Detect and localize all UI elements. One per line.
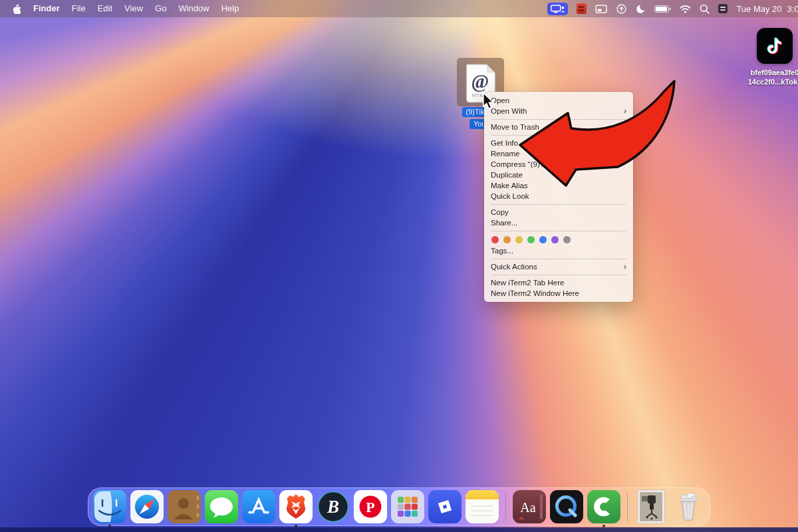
notes-icon — [466, 490, 499, 523]
dock-finder[interactable] — [93, 490, 126, 523]
menu-item-share[interactable]: Share... — [484, 217, 633, 228]
camtasia-icon — [587, 490, 620, 523]
dock-brave[interactable] — [279, 490, 313, 523]
screen-sharing-indicator[interactable] — [547, 3, 568, 15]
menu-view[interactable]: View — [118, 0, 149, 17]
brave-icon — [279, 490, 313, 523]
apple-logo-icon — [12, 3, 21, 14]
menu-separator — [491, 204, 626, 205]
window-indicator[interactable] — [595, 5, 607, 13]
roblox-icon — [428, 490, 462, 523]
tag-gray[interactable] — [563, 236, 571, 243]
dock-app-store[interactable] — [242, 490, 275, 523]
menu-item-tags[interactable]: Tags... — [484, 245, 633, 256]
dock-roblox[interactable] — [428, 490, 462, 523]
dictionary-icon: Aa — [513, 490, 546, 523]
menu-item-make-alias[interactable]: Make Alias — [484, 180, 633, 191]
tag-orange[interactable] — [503, 236, 511, 243]
dock-safari[interactable] — [130, 490, 164, 523]
svg-text:B: B — [327, 497, 339, 517]
desktop-file-tiktok-image[interactable]: bfef09aea3fe04 14cc2f0...kTok.ic — [757, 28, 793, 64]
update-status[interactable] — [616, 3, 627, 15]
dock-launchpad[interactable] — [391, 490, 424, 523]
menu-item-rename[interactable]: Rename — [484, 148, 633, 159]
dock-dictionary[interactable]: Aa — [513, 490, 546, 523]
moon-icon — [636, 4, 646, 14]
menu-separator — [491, 275, 626, 275]
mouse-cursor — [481, 92, 496, 113]
dock-photo-file[interactable] — [634, 490, 668, 523]
focus-mode[interactable] — [636, 4, 646, 14]
contacts-icon — [168, 490, 201, 523]
menu-bar-clock[interactable]: Tue May 20 3:02 PM — [736, 4, 798, 14]
menu-bar-status: Tue May 20 3:02 PM — [547, 3, 798, 15]
menu-item-new-iterm2-window[interactable]: New iTerm2 Window Here — [484, 288, 633, 299]
menu-item-compress[interactable]: Compress "(9)Ti — [484, 159, 633, 170]
wifi-status[interactable] — [680, 5, 691, 13]
wallpaper-bottom-band — [0, 527, 798, 532]
search-icon — [700, 4, 710, 14]
tag-yellow[interactable] — [515, 236, 523, 243]
display-person-icon — [550, 4, 566, 14]
dock: B P — [88, 487, 710, 526]
tag-green[interactable] — [527, 236, 535, 243]
clock-time: 3:02 PM — [787, 4, 798, 14]
svg-text:@: @ — [471, 70, 489, 91]
dock-contacts[interactable] — [168, 490, 201, 523]
arrow-cursor-icon — [481, 92, 496, 110]
battery-status[interactable] — [654, 5, 671, 13]
dock-pinterest[interactable]: P — [354, 490, 387, 523]
running-indicator — [108, 525, 111, 527]
messages-icon — [205, 490, 238, 523]
menu-go[interactable]: Go — [149, 0, 172, 17]
menu-item-copy[interactable]: Copy — [484, 207, 633, 217]
menu-item-quick-look[interactable]: Quick Look — [484, 191, 633, 201]
app-store-icon — [242, 490, 275, 523]
desktop-wallpaper — [0, 0, 798, 532]
chevron-right-icon: › — [624, 107, 626, 115]
menu-item-move-to-trash[interactable]: Move to Trash — [484, 122, 633, 132]
tag-purple[interactable] — [551, 236, 559, 243]
red-menubar-app-icon[interactable] — [577, 3, 587, 14]
svg-text:Aa: Aa — [520, 500, 535, 515]
menu-finder[interactable]: Finder — [27, 0, 66, 17]
menu-separator — [491, 259, 626, 259]
dock-camtasia[interactable] — [587, 490, 620, 523]
menu-item-new-iterm2-tab[interactable]: New iTerm2 Tab Here — [484, 277, 633, 288]
running-indicator — [295, 525, 297, 527]
tiktok-app-icon — [757, 28, 793, 64]
menu-file[interactable]: File — [66, 0, 92, 17]
menu-window[interactable]: Window — [172, 0, 215, 17]
chevron-right-icon: › — [624, 263, 626, 271]
safari-icon — [130, 490, 164, 523]
menu-separator — [491, 119, 626, 120]
launchpad-icon — [391, 490, 424, 523]
dock-trash[interactable] — [672, 490, 705, 523]
running-indicator — [602, 525, 605, 527]
dock-quicktime[interactable] — [550, 490, 583, 523]
menu-item-open[interactable]: Open — [484, 95, 633, 106]
pinterest-icon: P — [354, 490, 387, 523]
svg-text:P: P — [366, 499, 374, 515]
menu-edit[interactable]: Edit — [92, 0, 118, 17]
window-icon — [595, 5, 607, 13]
spotlight-search[interactable] — [700, 4, 710, 14]
battery-icon — [654, 5, 671, 13]
clock-date: Tue May 20 — [736, 4, 781, 14]
menu-item-duplicate[interactable]: Duplicate — [484, 170, 633, 180]
dock-messages[interactable] — [205, 490, 238, 523]
apple-menu[interactable] — [8, 3, 25, 14]
menu-item-get-info[interactable]: Get Info — [484, 138, 633, 148]
dock-b-app[interactable]: B — [317, 490, 350, 523]
menu-item-quick-actions[interactable]: Quick Actions› — [484, 261, 633, 272]
dock-separator — [505, 492, 506, 521]
menu-help[interactable]: Help — [215, 0, 245, 17]
photo-thumbnail-icon — [637, 489, 665, 524]
menubar-utility-app-icon[interactable] — [718, 4, 728, 13]
tag-blue[interactable] — [539, 236, 547, 243]
b-app-icon: B — [317, 490, 350, 523]
menu-item-open-with[interactable]: Open With› — [484, 106, 633, 116]
menu-bar: Finder File Edit View Go Window Help — [0, 0, 798, 17]
tag-red[interactable] — [491, 236, 499, 243]
dock-notes[interactable] — [466, 490, 499, 523]
